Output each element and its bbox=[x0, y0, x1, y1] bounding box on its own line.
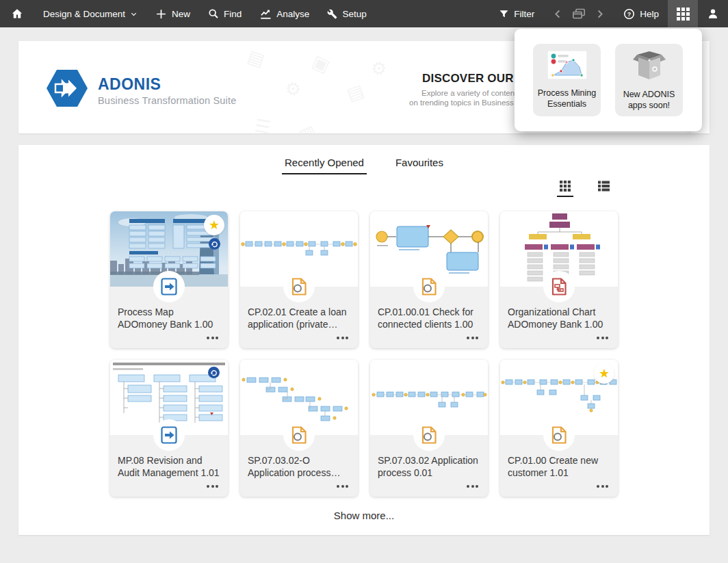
process-mining-chart-image bbox=[547, 51, 587, 82]
back-arrow-icon[interactable] bbox=[553, 9, 563, 19]
menu-new-label: New bbox=[172, 9, 190, 19]
menu-new[interactable]: New bbox=[146, 0, 199, 27]
view-toggles bbox=[557, 181, 610, 197]
card-menu-icon[interactable] bbox=[465, 482, 480, 490]
search-icon bbox=[208, 8, 219, 19]
banner-watermark-icon: ⚙ bbox=[283, 77, 303, 101]
plus-icon bbox=[155, 8, 167, 20]
user-account-button[interactable] bbox=[698, 0, 728, 27]
card-title: MP.08 Revision and Audit Management 1.01 bbox=[118, 455, 222, 480]
card-menu-icon[interactable] bbox=[465, 334, 480, 342]
menu-find[interactable]: Find bbox=[199, 0, 250, 27]
dashboard-panel: Recently Opened Favourites bbox=[18, 145, 710, 535]
filter-label: Filter bbox=[514, 9, 534, 19]
menu-design-document-label: Design & Document bbox=[43, 9, 125, 19]
new-adonis-apps-tile[interactable]: New ADONIS apps soon! bbox=[615, 44, 683, 116]
business-process-icon bbox=[413, 419, 445, 451]
help-label: Help bbox=[640, 9, 659, 19]
open-box-icon bbox=[632, 51, 667, 83]
card-menu-icon[interactable] bbox=[595, 334, 610, 342]
business-process-icon bbox=[283, 419, 315, 451]
card-menu-icon[interactable] bbox=[335, 482, 350, 490]
card-menu-icon[interactable] bbox=[595, 482, 610, 490]
model-card[interactable]: MP.08 Revision and Audit Management 1.01 bbox=[110, 360, 228, 497]
menu-setup[interactable]: Setup bbox=[318, 0, 375, 27]
card-title: Process Map ADOmoney Bank 1.00 bbox=[118, 306, 222, 331]
tab-recently-opened[interactable]: Recently Opened bbox=[282, 157, 367, 174]
model-card[interactable]: SP.07.03.02-O Application process… bbox=[240, 360, 358, 497]
dashboard-tabs: Recently Opened Favourites bbox=[18, 145, 710, 174]
chevron-down-icon bbox=[130, 10, 138, 18]
svg-text:?: ? bbox=[627, 10, 631, 17]
list-view-icon bbox=[598, 181, 610, 192]
adonis-logo bbox=[46, 69, 88, 110]
banner-watermark-icon: ▤ bbox=[245, 46, 268, 71]
release-state-badge bbox=[209, 238, 220, 250]
help-icon: ? bbox=[623, 8, 635, 20]
banner-watermark-icon: ▥ bbox=[296, 120, 320, 133]
apps-popup: Process Mining Essentials New ADONIS app… bbox=[515, 29, 702, 131]
banner-watermark-icon: ⚙ bbox=[369, 57, 389, 81]
card-menu-icon[interactable] bbox=[205, 334, 220, 342]
organizational-chart-icon bbox=[543, 271, 575, 302]
banner-watermark-icon: ▣ bbox=[309, 51, 333, 77]
home-icon bbox=[11, 8, 23, 20]
favourite-star-badge: ★ bbox=[594, 363, 614, 384]
filter-icon bbox=[499, 9, 509, 19]
card-title: CP.01.00.01 Check for connected clients … bbox=[378, 306, 482, 331]
tab-favourites[interactable]: Favourites bbox=[393, 157, 446, 174]
banner-watermark-icon: ☰ bbox=[252, 115, 272, 133]
model-card[interactable]: CP.01.00.01 Check for connected clients … bbox=[370, 211, 488, 348]
top-navigation-bar: Design & Document New Find Analyse Setup… bbox=[0, 0, 728, 27]
show-more-link[interactable]: Show more... bbox=[18, 510, 710, 521]
menu-find-label: Find bbox=[224, 9, 242, 19]
forward-arrow-icon[interactable] bbox=[595, 9, 605, 19]
favourite-star-badge: ★ bbox=[204, 215, 224, 235]
menu-setup-label: Setup bbox=[342, 9, 366, 19]
model-card[interactable]: SP.07.03.02 Application process 0.01 bbox=[370, 360, 488, 497]
card-title: CP.01.00 Create new customer 1.01 bbox=[508, 455, 612, 480]
model-card[interactable]: CP.02.01 Create a loan application (priv… bbox=[240, 211, 358, 348]
new-adonis-apps-label: New ADONIS apps soon! bbox=[615, 89, 683, 112]
menu-analyse-label: Analyse bbox=[276, 9, 309, 19]
card-title: SP.07.03.02 Application process 0.01 bbox=[378, 455, 482, 480]
banner-watermark-icon: ▤ bbox=[343, 80, 367, 106]
menu-analyse[interactable]: Analyse bbox=[250, 0, 318, 27]
menu-design-document[interactable]: Design & Document bbox=[34, 0, 146, 27]
brand-subtitle: Business Transformation Suite bbox=[98, 95, 236, 106]
windows-icon[interactable] bbox=[571, 8, 586, 20]
card-menu-icon[interactable] bbox=[335, 334, 350, 342]
card-title: SP.07.03.02-O Application process… bbox=[248, 455, 352, 480]
filter-button[interactable]: Filter bbox=[490, 0, 543, 27]
card-menu-icon[interactable] bbox=[205, 482, 220, 490]
release-state-badge bbox=[208, 367, 220, 378]
process-mining-essentials-tile[interactable]: Process Mining Essentials bbox=[533, 44, 601, 116]
wrench-icon bbox=[327, 9, 337, 19]
model-card[interactable]: Organizational Chart ADOmoney Bank 1.00 bbox=[500, 211, 618, 348]
business-process-icon bbox=[283, 271, 315, 302]
process-map-icon bbox=[153, 271, 185, 302]
model-card-grid: ★ Process Map ADOmoney Bank 1.00 bbox=[110, 211, 618, 497]
user-icon bbox=[707, 8, 719, 20]
model-card[interactable]: ★ Process Map ADOmoney Bank 1.00 bbox=[110, 211, 228, 348]
card-title: Organizational Chart ADOmoney Bank 1.00 bbox=[508, 306, 612, 331]
home-button[interactable] bbox=[0, 0, 34, 27]
process-mining-essentials-label: Process Mining Essentials bbox=[533, 88, 601, 110]
grid-view-icon bbox=[560, 181, 571, 192]
apps-menu-button[interactable] bbox=[668, 0, 698, 27]
list-view-toggle[interactable] bbox=[598, 181, 610, 192]
help-button[interactable]: ? Help bbox=[614, 0, 668, 27]
grid-view-toggle[interactable] bbox=[557, 181, 573, 197]
business-process-icon bbox=[413, 271, 445, 302]
card-title: CP.02.01 Create a loan application (priv… bbox=[248, 306, 352, 331]
business-process-icon bbox=[543, 419, 575, 451]
brand-title: ADONIS bbox=[98, 75, 161, 94]
grid-apps-icon bbox=[677, 8, 690, 21]
model-card[interactable]: ★ CP.01.00 Create new customer 1.01 bbox=[500, 360, 618, 497]
chart-icon bbox=[259, 8, 272, 20]
process-map-icon bbox=[153, 419, 185, 451]
